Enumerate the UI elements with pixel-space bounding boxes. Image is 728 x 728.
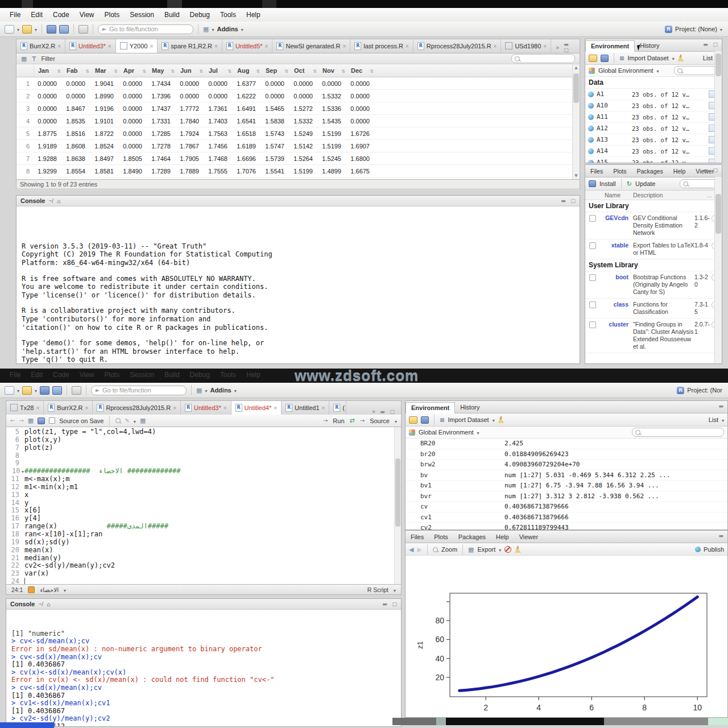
tab-history[interactable]: History <box>455 402 485 413</box>
close-icon[interactable] <box>224 404 227 411</box>
menu-item[interactable]: Code <box>48 9 75 20</box>
open-file-icon[interactable] <box>22 25 32 34</box>
popout-icon[interactable]: ▦ <box>21 55 27 63</box>
run-button[interactable]: Run <box>333 417 344 424</box>
save-icon[interactable] <box>40 386 49 395</box>
column-header[interactable]: Mar <box>91 64 119 77</box>
editor-tab[interactable]: Untitled3* <box>65 39 116 53</box>
menu-item[interactable]: File <box>5 9 26 20</box>
previous-plot-icon[interactable]: ◀ <box>409 546 413 553</box>
menu-item[interactable]: Edit <box>26 9 48 20</box>
forward-icon[interactable]: → <box>19 417 23 424</box>
pane-tab[interactable]: Help <box>668 166 691 177</box>
sort-icon[interactable] <box>85 67 89 74</box>
editor-tab[interactable]: Untitled5* <box>222 39 273 53</box>
environment-item[interactable]: A12 23 obs. of 12 v… <box>585 123 722 134</box>
close-icon[interactable] <box>543 43 547 49</box>
package-checkbox[interactable] <box>589 215 596 222</box>
sort-icon[interactable] <box>256 67 260 74</box>
tab-environment[interactable]: Environment <box>585 40 635 52</box>
close-icon[interactable] <box>173 404 176 411</box>
menu-item[interactable]: Plots <box>100 9 125 20</box>
close-icon[interactable] <box>322 404 325 411</box>
environment-variable[interactable]: cv 0.403686713879666 <box>406 502 727 512</box>
import-dataset-button[interactable]: Import Dataset <box>628 55 669 61</box>
column-header[interactable]: Dec <box>347 64 375 77</box>
publish-button[interactable]: Publish <box>704 546 724 553</box>
column-header[interactable]: Jul <box>205 64 233 77</box>
environment-scrollbar[interactable] <box>714 51 722 163</box>
global-env-selector[interactable]: Global Environment <box>419 429 474 436</box>
environment-item[interactable]: A1 23 obs. of 12 v… <box>585 89 722 100</box>
package-row[interactable]: boot Bootstrap Functions (Originally by … <box>585 271 722 299</box>
editor-scrollbar[interactable] <box>394 427 401 584</box>
home-icon[interactable]: ⌂ <box>47 601 50 607</box>
environment-item[interactable]: A14 23 obs. of 12 v… <box>585 146 722 157</box>
addins-button[interactable]: Addins <box>210 387 231 394</box>
sort-icon[interactable] <box>199 67 203 74</box>
pane-minmax-icons[interactable]: ▬ <box>718 403 725 409</box>
pane-minmax-icons[interactable]: ▬ □ <box>380 409 396 415</box>
editor-tab[interactable]: Untitled1 <box>282 400 329 415</box>
zoom-button[interactable]: Zoom <box>441 546 457 553</box>
sort-icon[interactable] <box>57 67 61 74</box>
save-icon[interactable] <box>38 417 45 424</box>
save-workspace-icon[interactable] <box>601 55 609 62</box>
pane-minmax-icons[interactable]: ▬ □ <box>564 42 575 53</box>
source-on-save-checkbox[interactable] <box>49 417 55 424</box>
environment-variable[interactable]: bvr num [1:27] 3.312 3 2.812 -3.938 0.56… <box>406 491 727 502</box>
editor-tab[interactable]: Y2000 <box>116 39 158 53</box>
package-checkbox[interactable] <box>589 321 596 328</box>
environment-variable[interactable]: BR20 2.425 <box>406 439 727 449</box>
editor-tab[interactable]: BurrX2.R <box>16 39 65 53</box>
close-icon[interactable] <box>342 43 346 49</box>
menu-item[interactable]: Tools <box>215 9 241 20</box>
source-button[interactable]: Source <box>370 417 390 424</box>
save-workspace-icon[interactable] <box>421 416 429 424</box>
console-output[interactable]: [1] "numeric"> cv<-sd/mean(x);cvError in… <box>6 610 401 727</box>
environment-variable[interactable]: cv2 0.672811189799443 <box>406 523 727 530</box>
package-checkbox[interactable] <box>589 274 596 281</box>
update-button[interactable]: Update <box>635 180 655 187</box>
import-dataset-button[interactable]: Import Dataset <box>448 416 489 423</box>
editor-tab[interactable]: BurrX2.R <box>44 400 93 415</box>
package-row[interactable]: class Functions for Classification 7.3-1… <box>585 299 722 318</box>
pane-tab[interactable]: Packages <box>453 532 491 543</box>
save-icon[interactable] <box>47 25 56 34</box>
pane-tab[interactable]: Files <box>406 532 429 543</box>
close-icon[interactable] <box>274 404 277 411</box>
column-header[interactable]: Sep <box>262 64 290 77</box>
panes-grid-icon[interactable]: ▦ <box>196 387 202 394</box>
environment-item[interactable]: A13 23 obs. of 12 v… <box>585 134 722 146</box>
home-icon[interactable]: ⌂ <box>57 198 60 204</box>
column-header[interactable]: Jun <box>176 64 205 77</box>
clear-plots-icon[interactable] <box>515 546 521 553</box>
sort-icon[interactable] <box>114 67 118 74</box>
sort-icon[interactable] <box>284 67 288 74</box>
close-icon[interactable] <box>108 43 111 49</box>
editor-tab[interactable]: Untitled4* <box>231 400 282 415</box>
environment-item[interactable]: A11 23 obs. of 12 v… <box>585 111 722 123</box>
close-icon[interactable] <box>265 43 268 49</box>
project-menu[interactable]: R Project: (Nor <box>677 383 722 398</box>
remove-plot-icon[interactable] <box>504 546 511 553</box>
pane-tab[interactable]: Viewer <box>514 532 543 543</box>
pane-tab[interactable]: Help <box>491 532 514 543</box>
close-icon[interactable] <box>36 404 39 411</box>
pane-minmax-icons[interactable]: ▬ □ <box>382 601 399 607</box>
editor-tab[interactable]: Rprocess28July2015.R <box>93 400 181 415</box>
environment-variable[interactable]: bv num [1:27] 5.031 -0.469 5.344 6.312 2… <box>406 470 727 481</box>
compile-report-icon[interactable]: ▦ <box>140 417 146 424</box>
close-icon[interactable] <box>85 404 89 411</box>
editor-tab[interactable]: Tx28 <box>6 400 44 415</box>
magic-wand-icon[interactable]: ✎ <box>125 417 129 424</box>
pane-tab[interactable]: Packages <box>632 166 668 177</box>
menu-item[interactable]: Help <box>241 9 266 20</box>
editor-tab[interactable]: ( <box>329 400 346 415</box>
global-env-selector[interactable]: Global Environment <box>598 67 653 74</box>
editor-tab[interactable]: NewSI genarated.R <box>272 39 350 53</box>
find-icon[interactable] <box>115 418 121 423</box>
package-row[interactable]: cluster "Finding Groups in Data": Cluste… <box>585 318 722 353</box>
table-search-input[interactable] <box>511 54 575 63</box>
column-header[interactable]: Fab <box>63 64 91 77</box>
